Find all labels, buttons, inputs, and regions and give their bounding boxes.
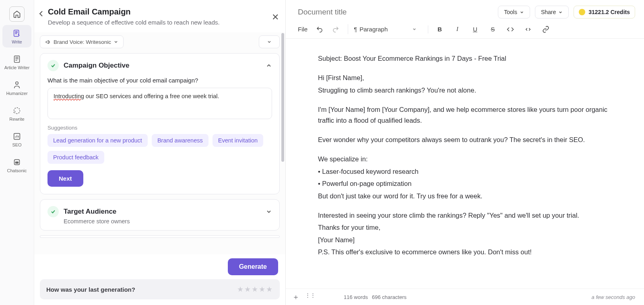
suggestion-chip[interactable]: Brand awareness (152, 134, 208, 147)
sidebar-item-article-writer[interactable]: Article Writer (2, 51, 31, 73)
objective-question: What is the main objective of your cold … (47, 77, 272, 84)
editor-status-bar: ＋ ⋮⋮ 116 words 696 characters a few seco… (286, 289, 644, 305)
paragraph-select[interactable]: ¶ Paragraph (348, 24, 420, 34)
doc-line: Interested in seeing your store climb th… (318, 210, 620, 221)
drag-handle-icon[interactable]: ⋮⋮ (305, 292, 316, 302)
sidebar-item-label: SEO (12, 142, 21, 147)
credit-dot-icon (579, 9, 585, 15)
word-count: 116 words (344, 294, 368, 300)
close-button[interactable]: ✕ (272, 12, 279, 23)
last-saved: a few seconds ago (592, 294, 635, 300)
svg-rect-1 (14, 56, 20, 63)
suggestion-chip[interactable]: Product feedback (47, 151, 104, 164)
share-label: Share (541, 9, 556, 15)
page-title: Cold Email Campaign (48, 7, 274, 16)
format-group: B I U S (428, 25, 550, 33)
objective-input[interactable]: Introducting our SEO services and offeri… (47, 88, 272, 119)
home-icon[interactable] (9, 6, 25, 22)
next-button[interactable]: Next (47, 170, 83, 187)
strike-icon[interactable]: S (489, 25, 497, 33)
form-header: Cold Email Campaign Develop a sequence o… (34, 0, 285, 32)
tools-button[interactable]: Tools (498, 6, 530, 19)
doc-line: Hi [First Name], (318, 72, 620, 83)
link-icon[interactable] (542, 25, 550, 33)
brand-voice-label: Brand Voice: Writesonic (54, 39, 111, 45)
sidebar-item-rewrite[interactable]: Rewrite (2, 102, 31, 125)
sidebar-item-write[interactable]: Write (2, 25, 31, 47)
audience-card-header[interactable]: Target Audience (47, 206, 272, 217)
check-badge-icon (47, 60, 59, 71)
suggestions-label: Suggestions (47, 125, 272, 131)
generate-button[interactable]: Generate (228, 258, 278, 275)
sidebar-item-humanizer[interactable]: Humanizer (2, 76, 31, 99)
doc-line: • Powerful on-page optimization (318, 178, 620, 189)
share-button[interactable]: Share (535, 6, 569, 19)
chevron-down-icon (266, 208, 272, 215)
form-body: Brand Voice: Writesonic Campaign Objecti… (34, 32, 285, 254)
editor-toolbar: File ¶ Paragraph B I U S (286, 23, 644, 39)
redo-icon[interactable] (332, 25, 340, 33)
editor-column: Tools Share 31221.2 Credits File ¶ Parag… (286, 0, 644, 305)
chevron-down-icon (114, 39, 118, 44)
brand-voice-select[interactable]: Brand Voice: Writesonic (40, 35, 124, 48)
pilcrow-icon: ¶ (354, 26, 357, 33)
svg-rect-0 (14, 30, 19, 37)
chevron-up-icon (266, 62, 272, 69)
sidebar-item-label: Write (12, 39, 22, 44)
suggestion-chip[interactable]: Lead generation for a new product (47, 134, 148, 147)
codeblock-icon[interactable] (524, 25, 532, 33)
doc-line: Thanks for your time, (318, 222, 620, 233)
undo-icon[interactable] (316, 25, 324, 33)
audience-summary: Ecommerce store owners (64, 218, 272, 225)
code-icon[interactable] (506, 25, 514, 33)
feedback-question: How was your last generation? (46, 286, 135, 293)
paragraph-label: Paragraph (359, 26, 388, 33)
underline-icon[interactable]: U (471, 25, 479, 33)
back-button[interactable] (37, 10, 45, 18)
page-subtitle: Develop a sequence of effective cold ema… (48, 19, 274, 26)
form-column: Cold Email Campaign Develop a sequence o… (34, 0, 286, 305)
doc-line: Ever wonder why your competitors always … (318, 134, 620, 145)
sidebar-item-label: Article Writer (4, 65, 30, 70)
credits-pill[interactable]: 31221.2 Credits (574, 6, 635, 19)
file-menu[interactable]: File (298, 26, 308, 33)
audience-card: Target Audience Ecommerce store owners (40, 199, 280, 231)
objective-title: Campaign Objective (64, 62, 129, 70)
credits-label: 31221.2 Credits (588, 9, 630, 15)
rating-stars[interactable]: ★★★★★ (237, 285, 273, 294)
doc-line: • Laser-focused keyword research (318, 166, 620, 177)
doc-line: Subject: Boost Your Ecommerce Rankings i… (318, 53, 620, 64)
megaphone-icon (45, 39, 51, 45)
extra-select[interactable] (259, 35, 280, 48)
chevron-down-icon (520, 10, 524, 14)
chevron-down-icon (267, 39, 272, 44)
chevron-down-icon (412, 27, 417, 31)
sidebar: Write Article Writer Humanizer Rewrite S… (0, 0, 34, 305)
doc-line: Struggling to climb search rankings? You… (318, 85, 620, 95)
check-badge-icon (47, 206, 59, 217)
sidebar-item-chatsonic[interactable]: cs Chatsonic (2, 154, 31, 176)
sidebar-item-seo[interactable]: SEO (2, 128, 31, 150)
objective-card-header[interactable]: Campaign Objective (47, 60, 272, 71)
tools-label: Tools (504, 9, 517, 15)
doc-line: I'm [Your Name] from [Your Company], and… (318, 104, 620, 126)
add-block-icon[interactable]: ＋ (292, 292, 299, 302)
editor-top-bar: Tools Share 31221.2 Credits (286, 0, 644, 23)
doc-line: We specialize in: (318, 154, 620, 164)
feedback-box: How was your last generation? ★★★★★ (40, 279, 280, 299)
document-title-input[interactable] (298, 8, 493, 16)
sidebar-item-label: Humanizer (6, 91, 27, 96)
doc-line: [Your Name] (318, 235, 620, 245)
editor-body[interactable]: Subject: Boost Your Ecommerce Rankings i… (286, 39, 644, 289)
suggestion-chip[interactable]: Event invitation (213, 134, 263, 147)
svg-point-2 (16, 82, 18, 84)
sidebar-item-label: Rewrite (9, 117, 24, 122)
doc-line: But don't just take our word for it. Try… (318, 191, 620, 201)
suggestions-chips: Lead generation for a new product Brand … (47, 134, 272, 164)
form-scrollbar[interactable] (281, 33, 285, 249)
bold-icon[interactable]: B (436, 25, 444, 33)
form-footer: Generate How was your last generation? ★… (34, 254, 285, 305)
italic-icon[interactable]: I (453, 25, 461, 33)
chevron-down-icon (558, 10, 563, 14)
char-count: 696 characters (372, 294, 407, 300)
